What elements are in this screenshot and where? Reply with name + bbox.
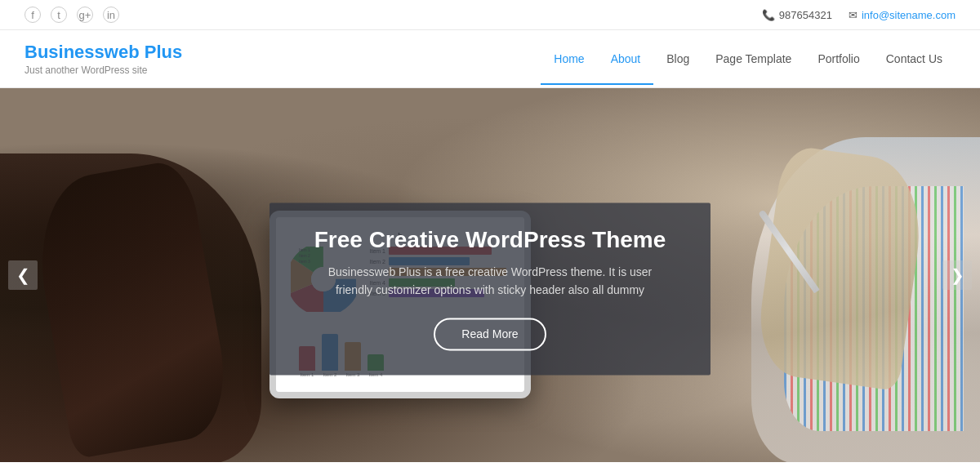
nav-item-contact[interactable]: Contact Us	[873, 44, 956, 73]
next-slide-button[interactable]: ❯	[942, 260, 972, 290]
header: Businessweb Plus Just another WordPress …	[0, 30, 980, 88]
google-plus-icon[interactable]: g+	[77, 7, 93, 23]
nav-item-page-template[interactable]: Page Template	[702, 44, 804, 73]
phone-number: 987654321	[779, 9, 832, 21]
site-tagline: Just another WordPress site	[24, 64, 182, 76]
nav-item-home[interactable]: Home	[541, 44, 597, 73]
email-link[interactable]: info@sitename.com	[862, 9, 956, 21]
facebook-icon[interactable]: f	[24, 7, 41, 23]
twitter-icon[interactable]: t	[51, 7, 67, 23]
hero-section: b Item	[0, 88, 980, 462]
top-bar: f t g+ in 📞 987654321 ✉ info@sitename.co…	[0, 0, 980, 30]
read-more-button[interactable]: Read More	[434, 318, 546, 350]
main-nav: Home About Blog Page Template Portfolio …	[541, 44, 956, 73]
site-logo[interactable]: Businessweb Plus	[24, 42, 182, 63]
hero-overlay: Free Creative WordPress Theme Businesswe…	[270, 202, 710, 375]
linkedin-icon[interactable]: in	[103, 7, 119, 23]
email-icon: ✉	[849, 9, 858, 21]
nav-item-about[interactable]: About	[598, 44, 654, 73]
nav-item-portfolio[interactable]: Portfolio	[804, 44, 872, 73]
nav-item-blog[interactable]: Blog	[653, 44, 702, 73]
prev-slide-button[interactable]: ❮	[8, 260, 38, 290]
contact-info: 📞 987654321 ✉ info@sitename.com	[762, 9, 956, 21]
phone-info: 📞 987654321	[762, 9, 832, 21]
hero-title: Free Creative WordPress Theme	[310, 227, 670, 253]
email-info: ✉ info@sitename.com	[849, 9, 956, 21]
social-icons: f t g+ in	[24, 7, 119, 23]
logo-area: Businessweb Plus Just another WordPress …	[24, 42, 182, 76]
hero-subtitle: Businessweb Plus is a free creative Word…	[310, 263, 670, 300]
phone-icon: 📞	[762, 9, 775, 21]
